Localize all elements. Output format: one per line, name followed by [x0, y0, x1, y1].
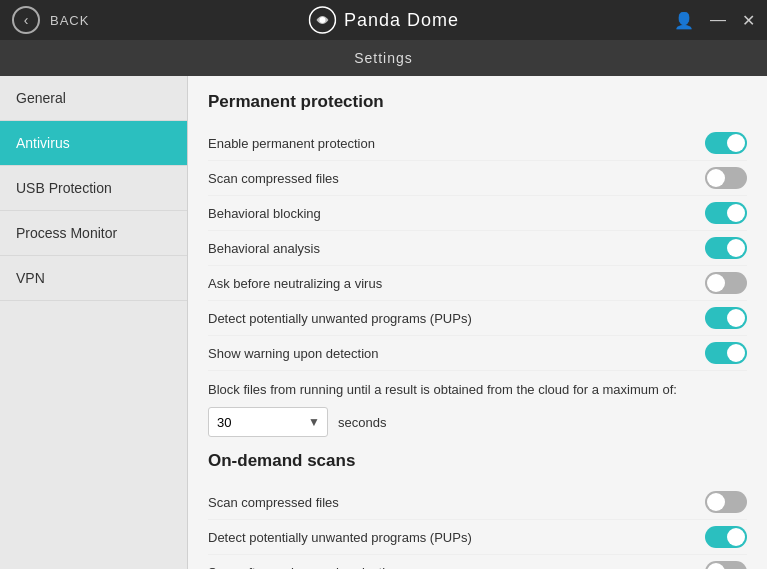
- toggle-label-behavioral-analysis: Behavioral analysis: [208, 241, 320, 256]
- on-demand-scans-title: On-demand scans: [208, 451, 747, 471]
- toggle-detect-pups-ondemand[interactable]: [705, 526, 747, 548]
- toggle-ask-before-neutralizing[interactable]: [705, 272, 747, 294]
- sidebar-item-general[interactable]: General: [0, 76, 187, 121]
- toggle-row-show-warning: Show warning upon detection: [208, 336, 747, 371]
- toggle-detect-pups[interactable]: [705, 307, 747, 329]
- toggle-behavioral-blocking[interactable]: [705, 202, 747, 224]
- toggle-scan-compressed-ondemand[interactable]: [705, 491, 747, 513]
- on-demand-scans-section: On-demand scans Scan compressed files De…: [208, 451, 747, 569]
- sidebar: General Antivirus USB Protection Process…: [0, 76, 188, 569]
- title-bar: ‹ BACK Panda Dome 👤 — ✕: [0, 0, 767, 40]
- seconds-dropdown-wrapper[interactable]: 10 20 30 60 ▼: [208, 407, 328, 437]
- content-area: Permanent protection Enable permanent pr…: [188, 76, 767, 569]
- toggle-row-scan-after-cache: Scan after cache synchronization: [208, 555, 747, 569]
- toggle-label-detect-pups-ondemand: Detect potentially unwanted programs (PU…: [208, 530, 472, 545]
- user-icon[interactable]: 👤: [674, 11, 694, 30]
- toggle-enable-permanent[interactable]: [705, 132, 747, 154]
- sidebar-item-vpn[interactable]: VPN: [0, 256, 187, 301]
- title-bar-left: ‹ BACK: [12, 6, 89, 34]
- toggle-behavioral-analysis[interactable]: [705, 237, 747, 259]
- toggle-row-scan-compressed-ondemand: Scan compressed files: [208, 485, 747, 520]
- dropdown-row: 10 20 30 60 ▼ seconds: [208, 407, 747, 437]
- title-bar-center: Panda Dome: [308, 6, 459, 34]
- toggle-row-scan-compressed-permanent: Scan compressed files: [208, 161, 747, 196]
- toggle-label-scan-after-cache: Scan after cache synchronization: [208, 565, 400, 569]
- sidebar-item-antivirus[interactable]: Antivirus: [0, 121, 187, 166]
- sidebar-item-process-monitor[interactable]: Process Monitor: [0, 211, 187, 256]
- sidebar-item-usb-protection[interactable]: USB Protection: [0, 166, 187, 211]
- back-label[interactable]: BACK: [50, 13, 89, 28]
- toggle-label-enable-permanent: Enable permanent protection: [208, 136, 375, 151]
- settings-title: Settings: [354, 50, 413, 66]
- toggle-row-behavioral-analysis: Behavioral analysis: [208, 231, 747, 266]
- logo-icon: [308, 6, 336, 34]
- svg-point-1: [319, 17, 325, 23]
- settings-header: Settings: [0, 40, 767, 76]
- seconds-dropdown[interactable]: 10 20 30 60: [208, 407, 328, 437]
- back-button[interactable]: ‹: [12, 6, 40, 34]
- seconds-label: seconds: [338, 415, 386, 430]
- toggle-label-scan-compressed-ondemand: Scan compressed files: [208, 495, 339, 510]
- main-layout: General Antivirus USB Protection Process…: [0, 76, 767, 569]
- toggle-row-ask-before-neutralizing: Ask before neutralizing a virus: [208, 266, 747, 301]
- toggle-show-warning[interactable]: [705, 342, 747, 364]
- toggle-label-behavioral-blocking: Behavioral blocking: [208, 206, 321, 221]
- toggle-scan-compressed-permanent[interactable]: [705, 167, 747, 189]
- permanent-protection-section: Permanent protection Enable permanent pr…: [208, 92, 747, 437]
- toggle-label-ask-before-neutralizing: Ask before neutralizing a virus: [208, 276, 382, 291]
- toggle-label-scan-compressed-permanent: Scan compressed files: [208, 171, 339, 186]
- title-bar-right: 👤 — ✕: [674, 11, 755, 30]
- logo-text: Panda Dome: [344, 10, 459, 31]
- toggle-row-enable-permanent: Enable permanent protection: [208, 126, 747, 161]
- toggle-label-detect-pups: Detect potentially unwanted programs (PU…: [208, 311, 472, 326]
- block-files-text: Block files from running until a result …: [208, 381, 747, 399]
- toggle-row-detect-pups: Detect potentially unwanted programs (PU…: [208, 301, 747, 336]
- close-button[interactable]: ✕: [742, 11, 755, 30]
- permanent-protection-title: Permanent protection: [208, 92, 747, 112]
- toggle-label-show-warning: Show warning upon detection: [208, 346, 379, 361]
- toggle-scan-after-cache[interactable]: [705, 561, 747, 569]
- back-icon: ‹: [24, 12, 29, 28]
- toggle-row-detect-pups-ondemand: Detect potentially unwanted programs (PU…: [208, 520, 747, 555]
- toggle-row-behavioral-blocking: Behavioral blocking: [208, 196, 747, 231]
- minimize-button[interactable]: —: [710, 11, 726, 29]
